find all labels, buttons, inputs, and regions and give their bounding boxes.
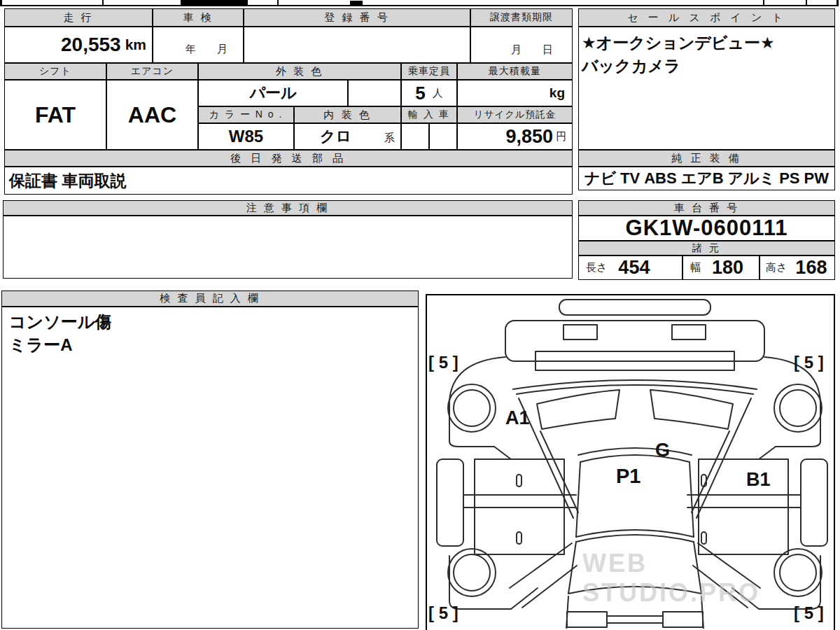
mileage-unit: km — [125, 36, 146, 53]
recycle-deposit-value: 9,850 — [505, 126, 553, 148]
cropped-text-fragment — [181, 0, 248, 5]
inspector-note-line: コンソール傷 — [9, 310, 111, 333]
cautions-header: 注 意 事 項 欄 — [3, 200, 573, 216]
cropped-cell-border — [0, 0, 2, 6]
exterior-color-header: 外 装 色 — [198, 63, 401, 80]
equipment-item: PS — [779, 169, 799, 188]
sales-point-line: バックカメラ — [582, 55, 680, 78]
cropped-row-border — [0, 5, 839, 6]
shift-header: シフト — [4, 63, 106, 80]
capacity-unit: 人 — [433, 87, 443, 100]
transfer-deadline-value-cell: 月 日 — [470, 27, 573, 63]
damage-mark-p1: P1 — [616, 465, 640, 488]
cropped-cell-border — [806, 0, 807, 6]
cropped-cell-border — [763, 0, 764, 6]
aircon-value-cell: AAC — [106, 80, 198, 150]
sales-points-box: ★オークションデビュー★ バックカメラ — [578, 27, 835, 150]
spec-height-cell: 高さ 168 — [760, 255, 835, 280]
damage-mark-g: G — [655, 440, 670, 461]
aircon-header: エアコン — [106, 63, 198, 80]
equipment-item: PW — [804, 169, 829, 188]
equipment-item: ABS — [644, 169, 676, 188]
tire-mark-front-left: [ 5 ] — [428, 353, 458, 372]
car-diagram-panel: WEB STUDIO.PRO [ 5 ] [ 5 ] [ 5 ] [ 5 ] A… — [426, 294, 835, 630]
equipment-item: ナビ — [584, 168, 616, 189]
equipment-item: アルミ — [728, 168, 776, 189]
registration-value-cell — [244, 27, 470, 63]
max-load-value-cell: kg — [457, 80, 573, 106]
cropped-text-fragment — [350, 1, 363, 5]
equipment-item: エアB — [681, 168, 724, 189]
factory-equipment-header: 純 正 装 備 — [578, 150, 835, 167]
length-label: 長さ — [586, 261, 607, 274]
tire-mark-front-right: [ 5 ] — [794, 353, 824, 372]
color-no-value-cell: W85 — [198, 123, 294, 150]
registration-header: 登 録 番 号 — [244, 8, 470, 27]
inspector-note-line: ミラーA — [9, 333, 72, 356]
tire-mark-rear-right: [ 5 ] — [794, 603, 824, 623]
inspection-header: 車 検 — [153, 8, 244, 27]
later-shipping-header: 後 日 発 送 部 品 — [4, 150, 573, 167]
length-value: 454 — [618, 257, 650, 279]
recycle-deposit-unit: 円 — [556, 130, 566, 144]
exterior-color-sub-cell — [348, 80, 401, 106]
exterior-color-value-cell: パール — [198, 80, 348, 106]
import-car-header: 輸 入 車 — [401, 106, 457, 123]
import-car-cell-2 — [429, 123, 457, 150]
chassis-no-value-cell: GK1W-0600111 — [578, 216, 835, 241]
mileage-value-cell: 20,553 km — [4, 27, 153, 63]
sales-point-line: ★オークションデビュー★ — [582, 31, 775, 55]
capacity-header: 乗車定員 — [401, 63, 457, 80]
sales-points-header: セ ー ル ス ポ イ ン ト — [578, 8, 835, 27]
interior-color-value: クロ — [320, 126, 351, 147]
import-car-cell-1 — [401, 123, 429, 150]
later-shipping-value-cell: 保証書 車両取説 — [4, 167, 573, 195]
height-value: 168 — [795, 257, 827, 279]
damage-mark-b1: B1 — [746, 469, 771, 491]
auction-sheet: 走 行 車 検 登 録 番 号 譲渡書類期限 20,553 km 年 月 月 日… — [0, 0, 840, 630]
tire-mark-rear-left: [ 5 ] — [428, 603, 458, 623]
transfer-deadline-header: 譲渡書類期限 — [470, 8, 573, 27]
interior-color-suffix: 系 — [384, 132, 395, 145]
specs-header: 諸 元 — [578, 241, 835, 255]
inspector-notes-box: コンソール傷 ミラーA — [1, 307, 419, 629]
max-load-header: 最大積載量 — [457, 63, 573, 80]
spec-width-cell: 幅 180 — [682, 255, 760, 280]
interior-color-header: 内 装 色 — [294, 106, 401, 123]
height-label: 高さ — [766, 261, 787, 274]
recycle-deposit-value-cell: 9,850 円 — [457, 123, 573, 150]
interior-color-value-cell: クロ 系 — [294, 123, 401, 150]
cropped-cell-border — [277, 0, 279, 6]
factory-equipment-row: ナビ TV ABS エアB アルミ PS PW — [578, 167, 835, 190]
watermark: WEB STUDIO.PRO — [582, 549, 834, 608]
color-no-header: カ ラ ー N o . — [198, 106, 294, 123]
capacity-value-cell: 5 人 — [401, 80, 457, 106]
mileage-header: 走 行 — [4, 8, 153, 27]
equipment-item: TV — [620, 169, 640, 188]
inspector-notes-header: 検 査 員 記 入 欄 — [1, 290, 419, 307]
damage-mark-a1: A1 — [505, 407, 530, 429]
width-value: 180 — [712, 257, 743, 279]
recycle-deposit-header: リサイクル預託金 — [457, 106, 573, 123]
shift-value-cell: FAT — [4, 80, 106, 150]
mileage-value: 20,553 — [61, 34, 121, 56]
width-label: 幅 — [690, 261, 701, 274]
inspection-value-cell: 年 月 — [153, 27, 244, 63]
cropped-cell-border — [102, 0, 104, 6]
chassis-no-header: 車 台 番 号 — [578, 200, 835, 216]
capacity-value: 5 — [415, 83, 425, 104]
spec-length-cell: 長さ 454 — [578, 255, 682, 280]
cautions-box — [3, 216, 573, 279]
cropped-cell-border — [836, 0, 839, 6]
